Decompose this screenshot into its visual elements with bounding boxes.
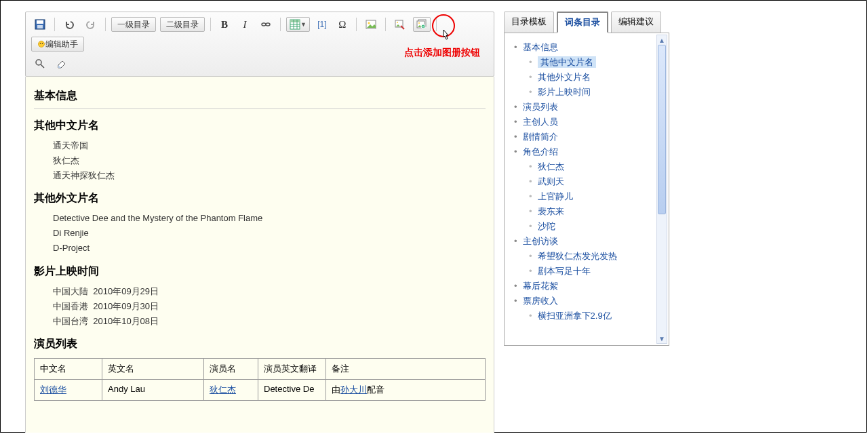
svg-point-3: [262, 23, 266, 26]
toc-list: 基本信息其他中文片名其他外文片名影片上映时间演员列表主创人员剧情简介角色介绍狄仁…: [514, 40, 663, 323]
release-list: 中国大陆 2010年09月29日 中国香港 2010年09月30日 中国台湾 2…: [53, 284, 486, 329]
tab-template[interactable]: 目录模板: [504, 12, 554, 33]
search-icon[interactable]: [31, 56, 49, 72]
toc-item[interactable]: 角色介绍: [514, 144, 663, 159]
svg-rect-6: [290, 20, 300, 22]
section-cn-alt: 其他中文片名: [34, 119, 486, 133]
en-alt-list: Detective Dee and the Mystery of the Pha…: [53, 211, 486, 256]
svg-point-22: [42, 43, 43, 45]
insert-gallery-icon[interactable]: +: [413, 17, 431, 32]
cn-alt-list: 通天帝国 狄仁杰 通天神探狄仁杰: [53, 138, 486, 183]
dubber-link[interactable]: 孙大川: [340, 384, 367, 395]
editor-content[interactable]: 基本信息 其他中文片名 通天帝国 狄仁杰 通天神探狄仁杰 其他外文片名 Dete…: [25, 77, 494, 433]
symbol-button[interactable]: Ω: [334, 16, 351, 33]
section-cast: 演员列表: [34, 337, 486, 351]
editor-toolbar: 一级目录 二级目录 B I ▼ [1] Ω + 编辑助手: [25, 12, 494, 77]
eraser-icon[interactable]: [53, 56, 71, 72]
toc-item[interactable]: 上官静儿: [514, 189, 663, 204]
svg-rect-1: [37, 20, 43, 24]
tab-suggest[interactable]: 编辑建议: [611, 12, 661, 33]
chevron-down-icon: ▼: [300, 21, 307, 28]
toc-item[interactable]: 武则天: [514, 174, 663, 189]
bold-icon[interactable]: B: [216, 16, 233, 33]
toc-item[interactable]: 主创访谈: [514, 234, 663, 249]
tab-toc[interactable]: 词条目录: [557, 12, 608, 33]
toc-item[interactable]: 其他中文片名: [514, 55, 663, 70]
side-tabs: 目录模板 词条目录 编辑建议: [504, 12, 669, 33]
section-en-alt: 其他外文片名: [34, 191, 486, 205]
scrollbar[interactable]: ▲ ▼: [656, 35, 667, 344]
scroll-down-icon[interactable]: ▼: [657, 334, 667, 343]
toc-item[interactable]: 狄仁杰: [514, 159, 663, 174]
toc-item[interactable]: 影片上映时间: [514, 85, 663, 100]
redo-icon[interactable]: [82, 16, 100, 33]
svg-rect-2: [37, 25, 43, 28]
insert-image-icon[interactable]: [362, 16, 380, 33]
svg-point-17: [418, 22, 420, 24]
annotation-label: 点击添加图册按钮: [404, 47, 480, 59]
scroll-up-icon[interactable]: ▲: [657, 35, 667, 45]
save-icon[interactable]: [31, 16, 49, 33]
section-basic-info: 基本信息: [34, 89, 486, 103]
assistant-button[interactable]: 编辑助手: [31, 37, 84, 52]
svg-point-20: [39, 41, 45, 47]
heading2-button[interactable]: 二级目录: [160, 17, 205, 32]
toc-item[interactable]: 希望狄仁杰发光发热: [514, 249, 663, 264]
svg-point-23: [36, 60, 41, 65]
toc-item[interactable]: 演员列表: [514, 100, 663, 115]
scroll-thumb[interactable]: [658, 45, 666, 214]
svg-point-4: [266, 23, 270, 26]
section-release: 影片上映时间: [34, 264, 486, 279]
link-icon[interactable]: [257, 16, 275, 33]
toc-item[interactable]: 裴东来: [514, 204, 663, 219]
role-link[interactable]: 狄仁杰: [210, 384, 236, 395]
toc-panel: 基本信息其他中文片名其他外文片名影片上映时间演员列表主创人员剧情简介角色介绍狄仁…: [504, 33, 669, 346]
table-row: 刘德华 Andy Lau 狄仁杰 Detective De 由孙大川配音: [35, 379, 486, 400]
svg-line-24: [41, 64, 44, 68]
italic-icon[interactable]: I: [237, 16, 253, 33]
toc-item[interactable]: 基本信息: [514, 40, 663, 55]
toc-item[interactable]: 幕后花絮: [514, 279, 663, 294]
toc-item[interactable]: 其他外文片名: [514, 70, 663, 85]
image-edit-icon[interactable]: [391, 16, 409, 33]
undo-icon[interactable]: [60, 16, 78, 33]
table-dropdown[interactable]: ▼: [286, 17, 310, 32]
table-row: 中文名 英文名 演员名 演员英文翻译 备注: [35, 358, 486, 379]
reference-button[interactable]: [1]: [314, 16, 330, 33]
heading1-button[interactable]: 一级目录: [111, 17, 156, 32]
actor-link[interactable]: 刘德华: [40, 384, 66, 395]
svg-point-12: [368, 22, 370, 24]
toc-item[interactable]: 票房收入: [514, 294, 663, 309]
svg-text:+: +: [422, 24, 424, 28]
toc-item[interactable]: 主创人员: [514, 115, 663, 130]
toc-item[interactable]: 横扫亚洲拿下2.9亿: [514, 309, 663, 323]
toc-item[interactable]: 剧情简介: [514, 130, 663, 144]
toc-item[interactable]: 沙陀: [514, 219, 663, 234]
svg-point-14: [397, 22, 398, 23]
cast-table: 中文名 英文名 演员名 演员英文翻译 备注 刘德华 Andy Lau 狄仁杰 D…: [34, 358, 486, 401]
svg-point-21: [40, 43, 41, 45]
toc-item[interactable]: 剧本写足十年: [514, 264, 663, 279]
